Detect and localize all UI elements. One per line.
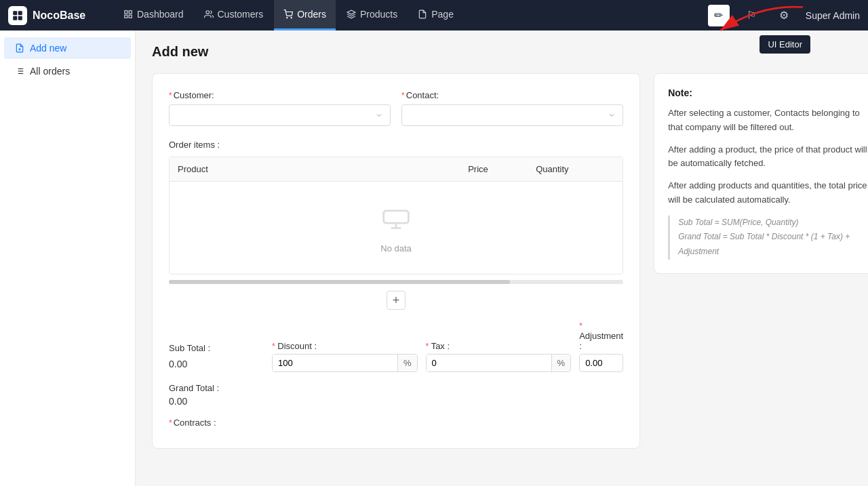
nav-item-products[interactable]: Products xyxy=(337,0,407,31)
tax-label: * Tax : xyxy=(426,341,572,351)
note-para-1: After selecting a customer, Contacts bel… xyxy=(668,106,868,135)
totals-row: Sub Total : 0.00 * Discount : % xyxy=(169,321,623,372)
sub-total-field: Sub Total : 0.00 xyxy=(169,343,264,372)
table-body: No data xyxy=(170,182,623,274)
nav-item-orders[interactable]: Orders xyxy=(274,0,336,31)
sidebar-label-all-orders: All orders xyxy=(30,66,70,77)
no-data-icon xyxy=(381,202,411,238)
note-para-3: After adding products and quantities, th… xyxy=(668,179,868,207)
main-content: Add new * Customer: xyxy=(136,31,868,486)
ui-editor-tooltip: UI Editor xyxy=(760,35,810,54)
sub-total-value: 0.00 xyxy=(169,356,264,372)
tax-input-wrap: % xyxy=(426,354,572,372)
svg-rect-7 xyxy=(129,15,132,18)
nav-items: Dashboard Customers Orders Products Page xyxy=(114,0,708,31)
bookmark-button[interactable]: ⚐ xyxy=(741,5,762,26)
user-label: Super Admin xyxy=(806,10,860,21)
grand-total-label: Grand Total : xyxy=(169,383,623,393)
tax-input[interactable] xyxy=(427,355,551,371)
logo-text: NocoBase xyxy=(33,9,85,22)
discount-input-wrap: % xyxy=(272,354,418,372)
nav-label-customers: Customers xyxy=(218,9,264,20)
customer-contact-row: * Customer: * Contact: xyxy=(169,90,623,126)
no-data-text: No data xyxy=(380,243,412,254)
contact-required-star: * xyxy=(401,91,405,100)
nav-label-orders: Orders xyxy=(297,9,326,20)
discount-required-star: * xyxy=(272,342,275,351)
order-items-table: Product Price Quantity No data xyxy=(169,157,623,275)
settings-button[interactable]: ⚙ xyxy=(773,5,795,26)
nav-item-page[interactable]: Page xyxy=(408,0,463,31)
table-header: Product Price Quantity xyxy=(170,157,623,182)
svg-rect-3 xyxy=(18,16,22,20)
note-para-2: After adding a product, the price of tha… xyxy=(668,143,868,171)
svg-rect-4 xyxy=(125,11,127,14)
scroll-thumb xyxy=(169,280,510,284)
customer-label: * Customer: xyxy=(169,90,391,100)
customer-required-star: * xyxy=(169,91,172,100)
top-nav: NocoBase Dashboard Customers Orders Prod… xyxy=(0,0,868,31)
svg-rect-0 xyxy=(13,11,17,15)
col-actions xyxy=(595,157,623,181)
note-title: Note: xyxy=(668,87,868,98)
sidebar-item-all-orders[interactable]: All orders xyxy=(4,60,131,82)
discount-input[interactable] xyxy=(273,355,397,371)
contact-field: * Contact: xyxy=(401,90,623,126)
adjustment-input[interactable] xyxy=(579,354,623,372)
nav-item-customers[interactable]: Customers xyxy=(195,0,273,31)
grand-total-section: Grand Total : 0.00 xyxy=(169,383,623,407)
contracts-label: * Contracts : xyxy=(169,418,623,428)
add-row-button[interactable]: + xyxy=(387,291,406,310)
sidebar-label-add-new: Add new xyxy=(30,43,66,54)
col-product: Product xyxy=(170,157,460,181)
tax-suffix: % xyxy=(551,355,571,371)
tax-field: * Tax : % xyxy=(426,341,572,372)
nav-label-dashboard: Dashboard xyxy=(137,9,184,20)
form-card: * Customer: * Contact: xyxy=(152,73,640,449)
svg-rect-2 xyxy=(13,16,17,20)
col-price: Price xyxy=(460,157,528,181)
adjustment-field: * Adjustment : xyxy=(579,321,623,372)
nav-label-page: Page xyxy=(431,9,454,20)
note-formula-1: Sub Total = SUM(Price, Quantity) xyxy=(678,216,868,230)
contracts-section: * Contracts : xyxy=(169,418,623,428)
content-grid: * Customer: * Contact: xyxy=(152,73,852,449)
svg-point-10 xyxy=(291,18,292,18)
svg-rect-1 xyxy=(18,11,22,15)
customer-field: * Customer: xyxy=(169,90,391,126)
nav-label-products: Products xyxy=(360,9,397,20)
svg-point-9 xyxy=(287,18,288,18)
customer-chevron-icon xyxy=(375,111,383,119)
note-formula-block: Sub Total = SUM(Price, Quantity) Grand T… xyxy=(668,216,868,260)
customer-select[interactable] xyxy=(169,104,391,126)
note-formula-2: Grand Total = Sub Total * Discount * (1 … xyxy=(678,230,868,259)
grand-total-value: 0.00 xyxy=(169,396,623,407)
nav-right: ✏ ⚐ ⚙ Super Admin xyxy=(708,5,860,26)
page-title: Add new xyxy=(152,44,852,60)
contact-label: * Contact: xyxy=(401,90,623,100)
logo-icon xyxy=(8,6,27,25)
ui-editor-button[interactable]: ✏ xyxy=(708,5,730,26)
app-body: Add new All orders Add new * Customer: xyxy=(0,31,868,486)
svg-rect-6 xyxy=(125,15,127,18)
sub-total-label: Sub Total : xyxy=(169,343,264,353)
contact-select[interactable] xyxy=(401,104,623,126)
order-items-label: Order items : xyxy=(169,140,623,150)
discount-label: * Discount : xyxy=(272,341,418,351)
discount-field: * Discount : % xyxy=(272,341,418,372)
adjustment-required-star: * xyxy=(579,321,583,331)
note-card: Note: After selecting a customer, Contac… xyxy=(654,73,868,274)
adjustment-label: * Adjustment : xyxy=(579,321,623,351)
discount-suffix: % xyxy=(397,355,417,371)
sidebar: Add new All orders xyxy=(0,31,136,486)
svg-rect-5 xyxy=(129,11,132,14)
sidebar-item-add-new[interactable]: Add new xyxy=(4,37,131,59)
scroll-track[interactable] xyxy=(169,280,623,284)
svg-marker-11 xyxy=(347,10,355,14)
nav-item-dashboard[interactable]: Dashboard xyxy=(114,0,193,31)
svg-point-8 xyxy=(205,11,209,14)
tax-required-star: * xyxy=(426,342,429,351)
contracts-required-star: * xyxy=(169,418,172,428)
col-quantity: Quantity xyxy=(528,157,595,181)
logo[interactable]: NocoBase xyxy=(8,6,103,25)
